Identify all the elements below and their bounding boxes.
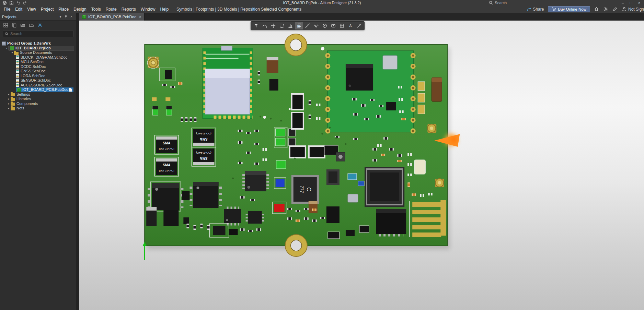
mounting-hole-bottom[interactable]	[285, 235, 307, 257]
diode-sma-2[interactable]: SMA (DO-214AC)	[154, 157, 179, 176]
menu-edit[interactable]: Edit	[13, 6, 25, 12]
move-component-button[interactable]	[269, 22, 277, 29]
structure-view-button[interactable]	[2, 22, 9, 28]
menu-route[interactable]: Route	[103, 6, 119, 12]
tree-item-settings[interactable]: ▸ Settings	[0, 92, 76, 97]
menu-view[interactable]: View	[25, 6, 38, 12]
capacitor-electrolytic[interactable]	[432, 78, 442, 102]
capacitor-tantalum-top[interactable]	[267, 57, 278, 73]
ic-qfp[interactable]	[244, 171, 268, 191]
ic-soic-1[interactable]	[224, 208, 241, 224]
wireless-module-shielded[interactable]	[203, 46, 253, 119]
panel-splitter[interactable]	[76, 13, 79, 310]
tree-item-libraries[interactable]: ▸ Libraries	[0, 97, 76, 102]
place-line-button[interactable]	[355, 22, 363, 29]
diode-sma-4[interactable]: SMA (DO-214AC)	[192, 147, 216, 166]
panel-settings-button[interactable]	[36, 22, 43, 28]
home-button[interactable]	[594, 7, 599, 12]
ic-sop-2[interactable]	[191, 182, 220, 208]
panel-close-icon[interactable]: ×	[69, 14, 74, 20]
tree-item-project-group[interactable]: Project Group 1.DsnWrk	[0, 41, 76, 46]
menu-design[interactable]: Design	[71, 6, 89, 12]
ic-sop-1[interactable]	[149, 182, 182, 211]
pcb-3d-view[interactable]: SMA (DO-214AC) SMA (DO-214AC)	[79, 21, 644, 310]
share-button[interactable]: Share	[527, 7, 544, 12]
lora-module[interactable]	[327, 51, 413, 132]
inductor-shielded[interactable]: C 777	[291, 175, 319, 204]
mounting-hole-top[interactable]	[285, 34, 307, 56]
customize-button[interactable]	[612, 7, 618, 12]
signal-wave-button[interactable]	[312, 22, 320, 29]
tree-item-mcu[interactable]: MCU.SchDoc	[0, 60, 76, 64]
tree-item-iot-board-prjpcb[interactable]: ▾ IOT_BOARD.PrjPcb	[0, 46, 76, 51]
tree-item-iot-board-pcbdoc[interactable]: IOT_BOARD_PCB.PcbDoc	[0, 87, 76, 92]
collapse-arrow-icon[interactable]: ▸	[7, 106, 11, 110]
via-tool-button[interactable]	[321, 22, 329, 29]
menu-place[interactable]: Place	[56, 6, 71, 12]
buy-online-button[interactable]: Buy Online Now	[548, 6, 590, 12]
collapse-arrow-icon[interactable]: ▸	[7, 102, 11, 106]
expand-arrow-icon[interactable]: ▾	[10, 50, 14, 55]
save-icon[interactable]	[9, 0, 14, 5]
tree-item-accessories[interactable]: ACCESSORIES.SchDoc	[0, 83, 76, 88]
tree-item-components[interactable]: ▸ Components	[0, 102, 76, 106]
component-blue-small[interactable]	[358, 181, 364, 186]
tree-item-dcdc[interactable]: DCDC.SchDoc	[0, 64, 76, 69]
tree-item-source-documents[interactable]: ▾ Source Documents	[0, 50, 76, 55]
menu-help[interactable]: Help	[158, 6, 171, 12]
maximize-button[interactable]: □	[627, 0, 635, 5]
ic-small-8[interactable]	[165, 70, 172, 79]
area-select-button[interactable]	[278, 22, 286, 29]
ufl-connector-right-top[interactable]	[427, 124, 436, 133]
pcb-editor-canvas[interactable]: SMA (DO-214AC) SMA (DO-214AC)	[79, 21, 644, 310]
panel-menu-chevron-icon[interactable]: ▾	[58, 14, 63, 20]
capacitor-tantalum-bottom[interactable]	[309, 201, 318, 213]
capacitor-smd-large[interactable]	[146, 207, 157, 226]
ufl-connector-left[interactable]	[147, 57, 159, 69]
place-text-button[interactable]: A	[346, 22, 355, 29]
component-teal[interactable]	[348, 174, 357, 180]
crystal-small[interactable]	[348, 194, 358, 202]
undo-icon[interactable]	[16, 0, 21, 5]
filter-tool-button[interactable]	[252, 22, 260, 29]
sign-in-button[interactable]: Not Sign	[622, 7, 644, 12]
ic-qfn-large[interactable]	[365, 167, 404, 207]
ufl-connector-right-bottom[interactable]	[435, 179, 444, 187]
redo-icon[interactable]	[23, 0, 27, 5]
close-button[interactable]: ×	[635, 0, 643, 5]
grid-tool-button[interactable]	[338, 22, 346, 29]
menu-reports[interactable]: Reports	[119, 6, 138, 12]
panel-pin-icon[interactable]	[63, 14, 69, 20]
documents-button[interactable]	[11, 22, 18, 28]
ic-small-5[interactable]	[326, 169, 340, 185]
tree-item-lora[interactable]: LORA.SchDoc	[0, 74, 76, 79]
component-red[interactable]	[273, 202, 286, 214]
tab-iot-board-pcbdoc[interactable]: IOT_BOARD_PCB.PcbDoc ×	[79, 13, 145, 21]
expand-arrow-icon[interactable]: ▾	[5, 46, 9, 50]
pad-tool-button[interactable]	[329, 22, 337, 29]
ic-bottom-right[interactable]	[376, 209, 406, 235]
board-insight-button[interactable]	[286, 22, 295, 29]
ic-small-7[interactable]	[269, 79, 278, 91]
tree-item-sensor[interactable]: SENSOR.SchDoc	[0, 78, 76, 83]
tree-item-gnss[interactable]: GNSS.SchDoc	[0, 69, 76, 74]
global-search[interactable]: Search	[489, 0, 507, 5]
tab-close-icon[interactable]: ×	[139, 15, 141, 19]
ic-small-3[interactable]	[183, 217, 189, 224]
gold-pads-right[interactable]	[418, 82, 425, 114]
component-blue[interactable]	[274, 178, 286, 189]
diode-sma-3[interactable]: SMA (DO-214AC)	[192, 128, 216, 147]
diode-sma-1[interactable]: SMA (DO-214AC)	[154, 135, 179, 154]
metal-shield-button[interactable]	[336, 152, 345, 161]
menu-window[interactable]: Window	[138, 6, 158, 12]
open-project-button[interactable]	[19, 22, 26, 28]
measure-tool-button[interactable]	[303, 22, 312, 29]
projects-search-input[interactable]	[10, 32, 71, 36]
collapse-arrow-icon[interactable]: ▸	[7, 97, 11, 101]
tree-item-block-diagram[interactable]: BLOCK_DIAGRAM.SchDoc	[0, 55, 76, 60]
menu-tools[interactable]: Tools	[89, 6, 103, 12]
preferences-button[interactable]	[603, 7, 609, 12]
menu-project[interactable]: Project	[38, 6, 56, 12]
ic-small-1[interactable]	[163, 210, 179, 226]
minimize-button[interactable]: –	[619, 0, 627, 5]
